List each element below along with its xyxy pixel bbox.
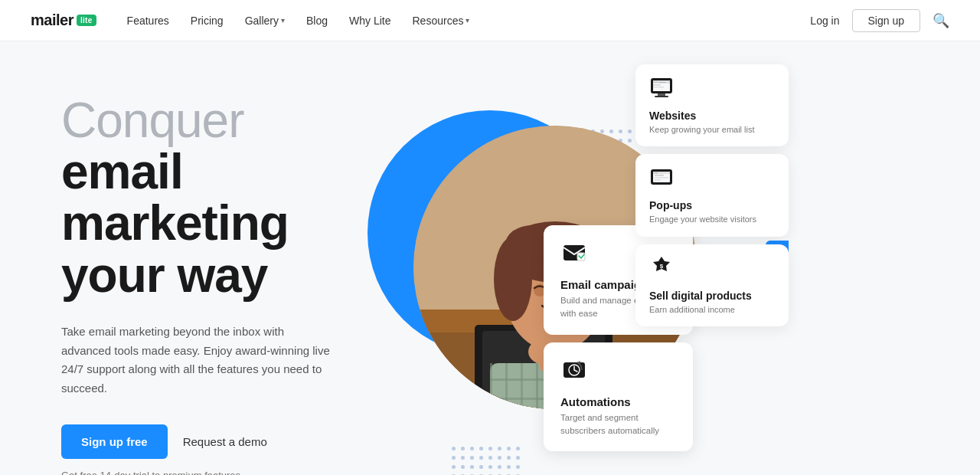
hero-title-main: email marketing your way — [61, 146, 398, 301]
svg-rect-12 — [536, 363, 538, 409]
nav-right: Log in Sign up 🔍 — [810, 9, 949, 32]
svg-rect-41 — [658, 93, 665, 96]
signup-free-button[interactable]: Sign up free — [61, 424, 168, 459]
popups-icon — [649, 165, 674, 195]
popups-title: Pop-ups — [649, 199, 692, 211]
websites-desc: Keep growing your email list — [649, 124, 755, 136]
svg-rect-39 — [653, 84, 661, 86]
hero-left: Conquer email marketing your way Take em… — [0, 41, 398, 475]
popups-card: Pop-ups Engage your website visitors — [635, 154, 789, 236]
logo[interactable]: mailer lite — [31, 11, 96, 29]
dots-bottom-left — [452, 447, 520, 475]
websites-icon — [649, 75, 674, 105]
svg-rect-10 — [505, 363, 508, 409]
nav-links: Features Pricing Gallery▾ Blog Why Lite … — [127, 15, 811, 27]
automations-title: Automations — [560, 395, 676, 408]
automations-desc: Target and segment subscribers automatic… — [560, 411, 676, 438]
nav-features[interactable]: Features — [127, 15, 169, 27]
login-link[interactable]: Log in — [810, 15, 839, 27]
nav-blog[interactable]: Blog — [306, 15, 328, 27]
svg-rect-9 — [490, 363, 492, 409]
svg-rect-38 — [658, 82, 666, 83]
digital-products-title: Sell digital products — [649, 290, 752, 302]
svg-rect-37 — [654, 81, 658, 83]
nav-pricing[interactable]: Pricing — [191, 15, 224, 27]
search-icon[interactable]: 🔍 — [933, 12, 949, 29]
digital-products-icon: $ — [649, 255, 674, 285]
logo-badge: lite — [77, 15, 96, 26]
hero-description: Take email marketing beyond the inbox wi… — [61, 323, 337, 398]
hero-buttons: Sign up free Request a demo — [61, 424, 398, 459]
navbar: mailer lite Features Pricing Gallery▾ Bl… — [0, 0, 980, 41]
svg-rect-42 — [655, 96, 668, 97]
websites-title: Websites — [649, 110, 696, 122]
digital-products-card: $ Sell digital products Earn additional … — [635, 244, 789, 326]
automations-icon — [560, 356, 676, 389]
nav-resources[interactable]: Resources▾ — [413, 15, 470, 27]
hero-title-conquer: Conquer — [61, 95, 398, 146]
svg-text:$: $ — [660, 263, 664, 270]
signup-button[interactable]: Sign up — [852, 9, 920, 32]
svg-rect-49 — [655, 172, 658, 174]
svg-rect-47 — [655, 177, 668, 179]
right-feature-cards: Websites Keep growing your email list — [635, 64, 789, 326]
trial-text: Get free 14-day trial to premium feature… — [61, 470, 398, 475]
nav-whylite[interactable]: Why Lite — [349, 15, 390, 27]
svg-rect-46 — [655, 175, 664, 176]
request-demo-link[interactable]: Request a demo — [183, 435, 267, 448]
automations-card: Automations Target and segment subscribe… — [544, 342, 693, 452]
nav-gallery[interactable]: Gallery▾ — [245, 15, 285, 27]
logo-text: mailer — [31, 11, 74, 29]
popups-desc: Engage your website visitors — [649, 214, 756, 225]
hero-section: Conquer email marketing your way Take em… — [0, 41, 980, 475]
svg-rect-40 — [653, 87, 664, 88]
svg-rect-11 — [521, 363, 523, 409]
digital-products-desc: Earn additional income — [649, 304, 735, 316]
svg-rect-48 — [655, 179, 661, 181]
hero-center: ♥ — [337, 64, 781, 475]
resources-chevron-icon: ▾ — [466, 16, 469, 25]
websites-card: Websites Keep growing your email list — [635, 64, 789, 146]
gallery-chevron-icon: ▾ — [281, 16, 285, 25]
